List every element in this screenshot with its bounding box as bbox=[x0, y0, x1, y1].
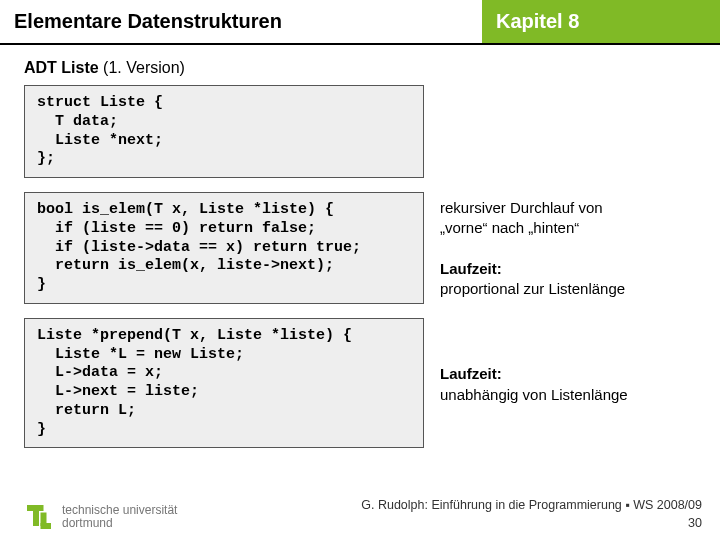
annotation-line: „vorne“ nach „hinten“ bbox=[440, 218, 625, 238]
annotation-line bbox=[440, 324, 628, 344]
subtitle-light: (1. Version) bbox=[99, 59, 185, 76]
annotation-line: unabhängig von Listenlänge bbox=[440, 385, 628, 405]
header-bar: Elementare Datenstrukturen Kapitel 8 bbox=[0, 0, 720, 45]
footer-credit: G. Rudolph: Einführung in die Programmie… bbox=[361, 497, 702, 532]
code-block-row: struct Liste { T data; Liste *next; }; bbox=[24, 85, 696, 178]
slide-content: struct Liste { T data; Liste *next; }; b… bbox=[0, 85, 720, 448]
credit-line: G. Rudolph: Einführung in die Programmie… bbox=[361, 497, 702, 515]
header-title-left: Elementare Datenstrukturen bbox=[0, 0, 482, 43]
university-logo-block: technische universität dortmund bbox=[24, 502, 177, 532]
code-block-row: Liste *prepend(T x, Liste *liste) { List… bbox=[24, 318, 696, 449]
annotation-line-bold: Laufzeit: bbox=[440, 259, 625, 279]
annotation-line-bold: Laufzeit: bbox=[440, 364, 628, 384]
university-line2: dortmund bbox=[62, 517, 177, 530]
annotation-iselem: rekursiver Durchlauf von „vorne“ nach „h… bbox=[424, 192, 625, 299]
code-block-row: bool is_elem(T x, Liste *liste) { if (li… bbox=[24, 192, 696, 304]
subtitle-bold: ADT Liste bbox=[24, 59, 99, 76]
svg-rect-3 bbox=[41, 523, 52, 529]
annotation-prepend: Laufzeit: unabhängig von Listenlänge bbox=[424, 318, 628, 405]
code-block-iselem: bool is_elem(T x, Liste *liste) { if (li… bbox=[24, 192, 424, 304]
annotation-line: rekursiver Durchlauf von bbox=[440, 198, 625, 218]
annotation-line bbox=[440, 344, 628, 364]
university-name: technische universität dortmund bbox=[62, 504, 177, 530]
code-block-prepend: Liste *prepend(T x, Liste *liste) { List… bbox=[24, 318, 424, 449]
svg-rect-1 bbox=[33, 505, 39, 526]
tu-logo-icon bbox=[24, 502, 54, 532]
footer-bar: technische universität dortmund G. Rudol… bbox=[24, 497, 702, 532]
header-title-right: Kapitel 8 bbox=[482, 0, 720, 43]
slide-root: Elementare Datenstrukturen Kapitel 8 ADT… bbox=[0, 0, 720, 540]
annotation-line: proportional zur Listenlänge bbox=[440, 279, 625, 299]
slide-subtitle: ADT Liste (1. Version) bbox=[0, 45, 720, 85]
code-block-struct: struct Liste { T data; Liste *next; }; bbox=[24, 85, 424, 178]
page-number: 30 bbox=[361, 515, 702, 533]
annotation-line bbox=[440, 239, 625, 259]
